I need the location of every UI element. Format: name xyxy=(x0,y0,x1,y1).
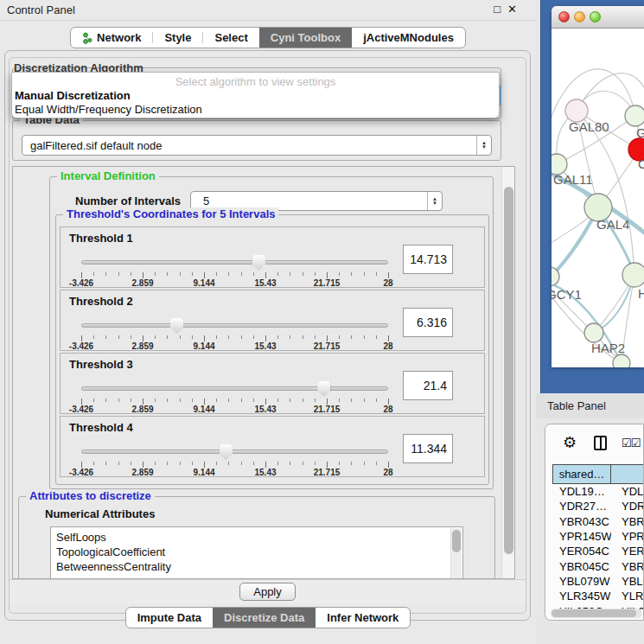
threshold-4-slider[interactable]: -3.4262.8599.14415.4321.71528 xyxy=(81,439,388,477)
tick-label: 15.43 xyxy=(254,468,276,477)
list-item[interactable]: TopologicalCoefficient xyxy=(56,545,462,559)
panel-title: Control Panel xyxy=(7,3,75,16)
tab-discretize-data[interactable]: Discretize Data xyxy=(213,608,316,628)
tab-style[interactable]: Style xyxy=(153,28,202,48)
table-cell: YDL19… xyxy=(552,485,611,498)
column-header[interactable]: shared… xyxy=(552,464,611,484)
slider-thumb[interactable] xyxy=(252,255,265,271)
slider-thumb[interactable] xyxy=(317,381,330,397)
slider-ticks xyxy=(81,335,389,341)
tick-label: -3.426 xyxy=(69,278,93,288)
zoom-traffic-light-icon[interactable] xyxy=(590,11,601,22)
slider-track[interactable] xyxy=(81,323,388,328)
dropdown-option-equal-width[interactable]: Equal Width/Frequency Discretization xyxy=(15,103,202,116)
table-row[interactable]: YBR043CYBR0 xyxy=(552,514,644,529)
tab-label: jActiveMNodules xyxy=(363,31,454,44)
node-label: H xyxy=(638,286,644,301)
interval-definition-group: Interval Definition Number of Intervals … xyxy=(49,176,494,489)
tick-label: -3.426 xyxy=(69,405,93,414)
tick-labels: -3.4262.8599.14415.4321.71528 xyxy=(81,341,388,351)
spinner-arrows-icon[interactable]: ▲▼ xyxy=(427,192,442,210)
list-scrollbar[interactable] xyxy=(450,528,462,579)
table-row[interactable]: YLR345WYLR3 xyxy=(552,589,644,603)
close-icon[interactable]: ✕ xyxy=(507,3,517,16)
threshold-4-value[interactable]: 11.344 xyxy=(403,434,453,463)
top-tabbar: Network Style Select Cyni Toolbox jActiv… xyxy=(70,27,466,48)
network-graph: GAL80 G C GAL11 GAL4 GCY1 H HAP2 xyxy=(552,29,644,367)
table-data-combobox[interactable]: galFiltered.sif default node ▲▼ xyxy=(22,135,492,156)
tab-label: Cyni Toolbox xyxy=(271,31,341,44)
scrollbar-thumb[interactable] xyxy=(552,609,636,617)
threshold-3-slider[interactable]: -3.4262.8599.14415.4321.71528 xyxy=(81,376,388,414)
tab-network[interactable]: Network xyxy=(71,28,152,48)
threshold-1-value[interactable]: 14.713 xyxy=(403,245,453,274)
table-row[interactable]: YER054CYER0 xyxy=(552,544,644,558)
tab-label: Discretize Data xyxy=(224,611,304,624)
scrollbar-thumb[interactable] xyxy=(452,530,461,552)
tick-label: 15.43 xyxy=(254,278,276,288)
app-root: Control Panel □ ✕ Network xyxy=(0,0,644,644)
threshold-2-slider[interactable]: -3.4262.8599.14415.4321.71528 xyxy=(81,313,388,351)
apply-button[interactable]: Apply xyxy=(239,583,296,601)
minimize-traffic-light-icon[interactable] xyxy=(574,11,585,22)
float-icon[interactable]: □ xyxy=(494,3,501,16)
right-side: GAL80 G C GAL11 GAL4 GCY1 H HAP2 Table P… xyxy=(536,0,644,644)
gear-icon[interactable]: ⚙ xyxy=(563,433,577,452)
list-item[interactable]: SelfLoops xyxy=(56,530,462,545)
table-panel-title: Table Panel xyxy=(547,399,606,412)
algorithm-dropdown-popup: Select algorithm to view settings Manual… xyxy=(11,72,500,118)
table-row[interactable]: YBR045CYBR0 xyxy=(552,558,644,573)
column-header[interactable]: na xyxy=(611,464,644,484)
tick-label: 9.144 xyxy=(193,341,214,351)
table-hscrollbar[interactable] xyxy=(551,609,642,618)
numerical-attributes-list[interactable]: SelfLoopsTopologicalCoefficientBetweenne… xyxy=(50,526,463,579)
threshold-3-value[interactable]: 21.4 xyxy=(403,371,453,400)
network-node[interactable] xyxy=(625,105,644,126)
node-table: shared…na YDL19…YDL1YDR27…YDR2YBR043CYBR… xyxy=(552,464,644,609)
tab-jactivemnodules[interactable]: jActiveMNodules xyxy=(352,28,465,48)
tab-impute-data[interactable]: Impute Data xyxy=(126,608,213,628)
slider-track[interactable] xyxy=(81,450,388,454)
tab-select[interactable]: Select xyxy=(203,28,258,48)
tick-label: 21.715 xyxy=(314,278,341,288)
table-row[interactable]: YDL19…YDL1 xyxy=(552,484,644,499)
attributes-title: Attributes to discretize xyxy=(26,489,155,502)
network-node[interactable] xyxy=(613,354,630,367)
network-canvas[interactable]: GAL80 G C GAL11 GAL4 GCY1 H HAP2 xyxy=(552,29,644,367)
tab-infer-network[interactable]: Infer Network xyxy=(316,608,410,628)
columns-icon[interactable] xyxy=(594,436,607,450)
slider-thumb[interactable] xyxy=(170,318,183,334)
settings-scrollbar[interactable] xyxy=(501,167,514,578)
slider-track[interactable] xyxy=(81,386,388,391)
table-row[interactable]: YPR145WYPR1 xyxy=(552,529,644,544)
table-row[interactable]: YDR27…YDR2 xyxy=(552,499,644,513)
scrollbar-thumb[interactable] xyxy=(504,187,513,554)
tick-label: 9.144 xyxy=(193,278,214,288)
table-cell: YBR045C xyxy=(552,560,611,573)
threshold-2-value[interactable]: 6.316 xyxy=(403,308,453,337)
select-columns-icon[interactable]: ☑☑ xyxy=(622,437,640,450)
dropdown-option-manual[interactable]: Manual Discretization xyxy=(15,89,131,102)
node-label: GAL11 xyxy=(553,172,593,187)
tab-label: Infer Network xyxy=(327,611,399,624)
slider-thumb[interactable] xyxy=(220,444,233,460)
combobox-arrows-icon[interactable]: ▲▼ xyxy=(476,136,491,155)
tab-cyni-toolbox[interactable]: Cyni Toolbox xyxy=(259,28,352,48)
table-cell: YBR043C xyxy=(552,515,611,528)
network-node[interactable] xyxy=(584,323,603,342)
table-row[interactable]: YBL079WYBL0 xyxy=(552,574,644,589)
slider-track[interactable] xyxy=(81,260,388,265)
bottom-tabbar: Impute Data Discretize Data Infer Networ… xyxy=(125,607,411,628)
table-cell: YBL0 xyxy=(611,575,644,588)
tab-label: Network xyxy=(97,31,141,44)
threshold-1-label: Threshold 1 xyxy=(69,232,133,245)
network-window[interactable]: GAL80 G C GAL11 GAL4 GCY1 H HAP2 xyxy=(552,6,644,367)
threshold-1-slider[interactable]: -3.4262.8599.14415.4321.71528 xyxy=(81,250,388,288)
list-item[interactable]: BetweennessCentrality xyxy=(56,559,462,574)
network-node[interactable] xyxy=(622,263,644,287)
network-window-titlebar[interactable] xyxy=(552,6,644,29)
tick-label: 21.715 xyxy=(314,468,341,477)
tick-label: 9.144 xyxy=(193,468,214,477)
close-traffic-light-icon[interactable] xyxy=(558,11,570,22)
tick-label: 28 xyxy=(383,278,392,288)
